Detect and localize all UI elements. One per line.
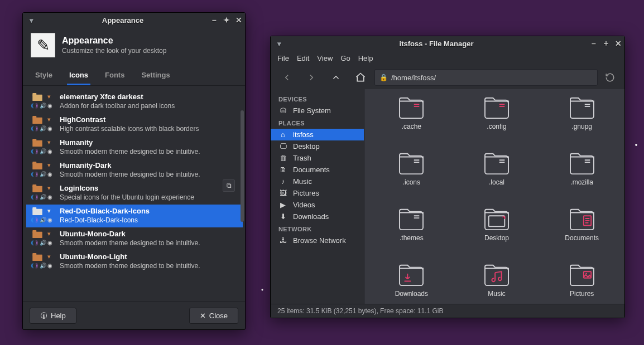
appearance-title: Appearance — [37, 16, 208, 25]
close-button[interactable]: ✕ Close — [189, 308, 238, 324]
sidebar-item-file-system[interactable]: ⛁File System — [271, 105, 364, 116]
theme-item[interactable]: ▾Ubuntu-Mono-Light⟪⟫🔊◉Smooth modern them… — [26, 250, 243, 273]
theme-item[interactable]: ▾LoginIcons⟪⟫🔊◉Special icons for the Ubu… — [26, 182, 243, 205]
theme-item[interactable]: ▾Humanity⟪⟫🔊◉Smooth modern theme designe… — [26, 136, 243, 159]
scrollbar[interactable] — [241, 93, 244, 277]
theme-badges: ⟪⟫🔊◉ — [31, 101, 56, 110]
folder-item[interactable]: .icons — [369, 152, 454, 207]
folder-icon — [568, 96, 596, 119]
theme-item[interactable]: ▾Humanity-Dark⟪⟫🔊◉Smooth modern theme de… — [26, 159, 243, 182]
pictures-icon: 🖼 — [278, 189, 287, 197]
sidebar-item-label: Desktop — [293, 142, 320, 150]
theme-name: Ubuntu-Mono-Dark — [60, 230, 238, 238]
folder-item[interactable]: Desktop — [454, 207, 540, 263]
fm-statusbar: 25 items: 31.5 KiB (32,251 bytes), Free … — [271, 304, 624, 318]
minimize-button[interactable]: – — [588, 37, 600, 50]
menu-help[interactable]: Help — [358, 54, 373, 62]
location-path: /home/itsfoss/ — [391, 74, 436, 82]
maximize-button[interactable]: ＋ — [600, 37, 612, 50]
folder-label: .themes — [400, 234, 424, 242]
folder-icon — [31, 161, 44, 169]
folder-label: Documents — [565, 234, 599, 242]
download-icon: ⬇ — [278, 212, 287, 221]
appearance-tabs: StyleIconsFontsSettings — [23, 65, 245, 86]
folder-item[interactable]: .themes — [369, 207, 454, 263]
tab-style[interactable]: Style — [33, 65, 55, 85]
svg-rect-7 — [32, 162, 36, 164]
reload-button[interactable] — [601, 69, 619, 86]
folder-item[interactable]: .mozilla — [539, 152, 624, 207]
fm-titlebar[interactable]: ▾ itsfoss - File Manager – ＋ ✕ — [271, 36, 624, 51]
fm-icon-view[interactable]: .cache.config.gnupg.icons.local.mozilla.… — [364, 89, 624, 304]
folder-icon — [31, 93, 44, 101]
folder-item[interactable]: .cache — [369, 96, 454, 152]
nav-forward-button[interactable] — [301, 69, 322, 86]
folder-item[interactable]: Documents — [539, 207, 624, 263]
sidebar-item-downloads[interactable]: ⬇Downloads — [271, 211, 364, 222]
sidebar-item-itsfoss[interactable]: ⌂itsfoss — [271, 129, 364, 140]
appearance-titlebar[interactable]: ▾ Appearance – ✦ ✕ — [23, 13, 245, 27]
sidebar-item-trash[interactable]: 🗑Trash — [271, 152, 364, 164]
tab-settings[interactable]: Settings — [139, 65, 172, 85]
theme-desc: Smooth modern theme designed to be intui… — [60, 261, 238, 270]
nav-back-button[interactable] — [276, 69, 297, 86]
sidebar-item-music[interactable]: ♪Music — [271, 176, 364, 187]
nav-home-button[interactable] — [350, 69, 371, 86]
theme-desc: High contrast scalable icons with black … — [60, 124, 238, 133]
folder-label: .config — [487, 123, 506, 130]
tab-fonts[interactable]: Fonts — [103, 65, 127, 85]
sidebar-item-videos[interactable]: ▶Videos — [271, 199, 364, 211]
chevron-left-icon — [282, 72, 292, 82]
theme-item[interactable]: ▾elementary Xfce darkest⟪⟫🔊◉Addon for da… — [26, 90, 243, 113]
menu-view[interactable]: View — [317, 54, 333, 62]
menu-go[interactable]: Go — [340, 54, 350, 62]
help-button[interactable]: 🛈 Help — [30, 308, 76, 324]
sidebar-item-desktop[interactable]: 🖵Desktop — [271, 140, 364, 152]
nav-up-button[interactable] — [325, 69, 347, 86]
reload-icon — [605, 72, 615, 82]
sidebar-item-browse-network[interactable]: 🖧Browse Network — [271, 235, 364, 246]
folder-icon — [483, 96, 511, 119]
folder-item[interactable]: .local — [454, 152, 540, 207]
add-theme-button[interactable]: ⧉ — [223, 179, 235, 192]
fm-body: DEVICES⛁File SystemPLACES⌂itsfoss🖵Deskto… — [271, 89, 624, 304]
menu-edit[interactable]: Edit — [297, 54, 309, 62]
sidebar-item-pictures[interactable]: 🖼Pictures — [271, 187, 364, 199]
window-menu-icon[interactable]: ▾ — [25, 16, 37, 25]
folder-icon — [397, 152, 425, 175]
icon-theme-list: ⧉ ▾elementary Xfce darkest⟪⟫🔊◉Addon for … — [23, 86, 245, 302]
tab-icons[interactable]: Icons — [67, 65, 90, 85]
chevron-up-icon — [331, 72, 341, 82]
close-label: Close — [209, 312, 228, 320]
sidebar-item-documents[interactable]: 🗎Documents — [271, 164, 364, 176]
theme-item[interactable]: ▾Ubuntu-Mono-Dark⟪⟫🔊◉Smooth modern theme… — [26, 227, 243, 250]
theme-item[interactable]: ▾Red-Dot-Black-Dark-Icons⟪⟫🔊◉Red-Dot-Bla… — [26, 205, 243, 227]
theme-badges: ⟪⟫🔊◉ — [31, 261, 56, 270]
theme-name: Ubuntu-Mono-Light — [60, 252, 238, 261]
close-icon: ✕ — [200, 312, 206, 320]
sidebar-item-label: Videos — [293, 201, 315, 209]
maximize-button[interactable]: ✦ — [220, 14, 233, 26]
window-menu-icon[interactable]: ▾ — [273, 40, 285, 48]
theme-badges: ⟪⟫🔊◉ — [31, 169, 56, 178]
folder-item[interactable]: .config — [454, 96, 540, 152]
appearance-app-icon: ✎ — [31, 33, 55, 57]
minimize-button[interactable]: – — [208, 14, 220, 26]
close-window-button[interactable]: ✕ — [233, 14, 245, 26]
theme-item[interactable]: ▾HighContrast⟪⟫🔊◉High contrast scalable … — [26, 113, 243, 136]
appearance-header-title: Appearance — [62, 36, 166, 46]
sidebar-header-places: PLACES — [271, 116, 364, 129]
theme-badges: ⟪⟫🔊◉ — [31, 192, 56, 201]
folder-icon — [397, 207, 425, 231]
folder-label: .local — [489, 178, 504, 186]
folder-icon — [397, 96, 425, 119]
menu-file[interactable]: File — [277, 54, 289, 62]
folder-item[interactable]: .gnupg — [539, 96, 624, 152]
location-field[interactable]: 🔒 /home/itsfoss/ — [374, 69, 598, 86]
chevron-right-icon — [306, 72, 316, 82]
theme-badges: ⟪⟫🔊◉ — [31, 124, 56, 133]
folder-icon — [568, 152, 596, 175]
folder-icon — [483, 263, 511, 286]
theme-name: elementary Xfce darkest — [60, 93, 238, 101]
close-window-button[interactable]: ✕ — [612, 37, 624, 50]
